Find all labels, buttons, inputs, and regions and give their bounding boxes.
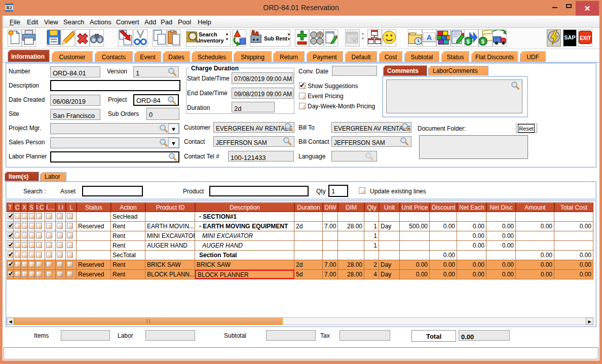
- svg-text:EXIT: EXIT: [580, 35, 591, 41]
- svg-text:?: ?: [318, 32, 322, 39]
- svg-text:A: A: [427, 34, 432, 42]
- svg-text:$: $: [481, 38, 485, 45]
- svg-text:$: $: [467, 38, 470, 45]
